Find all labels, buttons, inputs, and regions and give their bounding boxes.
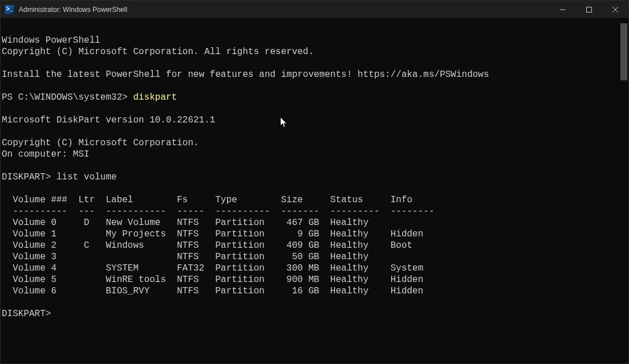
close-button[interactable] bbox=[602, 1, 628, 18]
diskpart-prompt: DISKPART> bbox=[2, 172, 56, 182]
minimize-button[interactable] bbox=[550, 1, 576, 18]
svg-rect-0 bbox=[587, 7, 592, 12]
table-row: Volume 3 NTFS Partition 50 GB Healthy bbox=[2, 252, 368, 262]
diskpart-version: Microsoft DiskPart version 10.0.22621.1 bbox=[2, 115, 215, 125]
prompt-1: PS C:\WINDOWS\system32> diskpart bbox=[2, 92, 177, 103]
scrollbar-thumb[interactable] bbox=[620, 23, 627, 80]
prompt-2: DISKPART> list volume bbox=[2, 172, 117, 182]
table-row: Volume 5 WinRE tools NTFS Partition 900 … bbox=[2, 275, 423, 285]
prompt-path: PS C:\WINDOWS\system32> bbox=[2, 92, 133, 103]
diskpart-copyright: Copyright (C) Microsoft Corporation. bbox=[2, 138, 199, 148]
minimize-icon bbox=[560, 7, 566, 13]
window-controls bbox=[550, 1, 628, 18]
command-diskpart: diskpart bbox=[133, 92, 177, 103]
maximize-button[interactable] bbox=[576, 1, 602, 18]
command-list-volume: list volume bbox=[56, 172, 117, 182]
header-line-2: Copyright (C) Microsoft Corporation. All… bbox=[2, 47, 314, 57]
terminal-output[interactable]: Windows PowerShell Copyright (C) Microso… bbox=[1, 19, 628, 363]
powershell-icon: >_ bbox=[5, 5, 14, 14]
table-row: Volume 6 BIOS_RVY NTFS Partition 16 GB H… bbox=[2, 286, 423, 296]
table-divider: ---------- --- ----------- ----- -------… bbox=[2, 206, 435, 216]
table-row: Volume 4 SYSTEM FAT32 Partition 300 MB H… bbox=[2, 263, 423, 273]
close-icon bbox=[612, 7, 618, 13]
maximize-icon bbox=[586, 7, 592, 13]
table-row: Volume 2 C Windows NTFS Partition 409 GB… bbox=[2, 240, 412, 251]
table-row: Volume 0 D New Volume NTFS Partition 467… bbox=[2, 218, 368, 228]
title-left: >_ Administrator: Windows PowerShell bbox=[5, 5, 127, 14]
install-msg: Install the latest PowerShell for new fe… bbox=[2, 69, 489, 80]
header-line-1: Windows PowerShell bbox=[2, 35, 100, 46]
window-title: Administrator: Windows PowerShell bbox=[19, 6, 127, 14]
table-row: Volume 1 My Projects NTFS Partition 9 GB… bbox=[2, 229, 423, 239]
titlebar: >_ Administrator: Windows PowerShell bbox=[1, 1, 628, 19]
diskpart-computer: On computer: MSI bbox=[2, 149, 90, 159]
prompt-3: DISKPART> bbox=[2, 309, 51, 319]
table-header: Volume ### Ltr Label Fs Type Size Status… bbox=[2, 195, 412, 205]
